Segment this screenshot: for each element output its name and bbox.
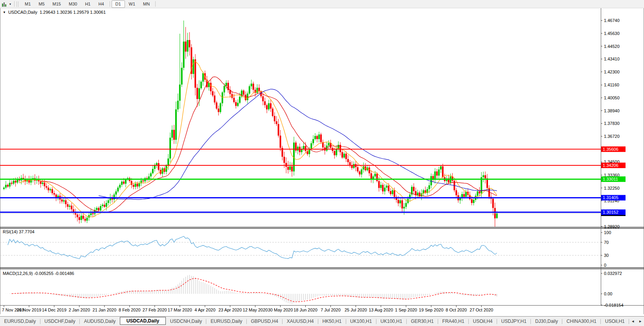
rsi-indicator-label: RSI(14) 37.7704	[3, 229, 35, 234]
svg-text:18 Jun 2020: 18 Jun 2020	[294, 308, 317, 312]
svg-text:0.032972: 0.032972	[604, 271, 622, 276]
svg-text:4 Apr 2020: 4 Apr 2020	[194, 308, 215, 312]
tab-scroll-left-button[interactable]: ◄	[629, 319, 637, 323]
svg-text:2 Jan 2020: 2 Jan 2020	[69, 308, 90, 312]
tab-china300-h1[interactable]: CHINA300,H1	[562, 317, 600, 325]
svg-text:1.35606: 1.35606	[603, 147, 618, 152]
svg-text:19 Sep 2020: 19 Sep 2020	[419, 308, 443, 312]
tab-usdchf-daily[interactable]: USDCHF,Daily	[40, 317, 80, 325]
timeframe-h4-button[interactable]: H4	[94, 0, 108, 8]
tab-dj30-daily[interactable]: DJ30,Daily	[531, 317, 562, 325]
tab-eurusd-daily-2[interactable]: EURUSD,Daily	[206, 317, 246, 325]
chart-ohlc-values: 1.29643 1.30236 1.29579 1.30061	[40, 10, 106, 15]
svg-text:12 May 2020: 12 May 2020	[243, 308, 268, 312]
svg-text:27 Oct 2020: 27 Oct 2020	[470, 308, 493, 312]
svg-text:30: 30	[604, 253, 609, 258]
svg-text:30 May 2020: 30 May 2020	[268, 308, 293, 312]
tab-usoil-h1[interactable]: USOil,H1	[601, 317, 629, 325]
rsi-axis: 10070300	[601, 230, 611, 267]
svg-text:1.31405: 1.31405	[603, 195, 618, 200]
svg-text:27 Feb 2020: 27 Feb 2020	[143, 308, 167, 312]
macd-histogram	[4, 275, 497, 304]
svg-text:1.46740: 1.46740	[604, 18, 620, 23]
timeframe-m30-button[interactable]: M30	[65, 0, 81, 8]
svg-text:1.33011: 1.33011	[603, 177, 618, 181]
tab-xauusd-h4[interactable]: XAUUSD,H4	[283, 317, 318, 325]
svg-text:1.43410: 1.43410	[604, 57, 620, 61]
svg-text:100: 100	[604, 230, 611, 235]
tab-scroll-right-button[interactable]: ►	[637, 319, 644, 323]
tab-usdcad-daily[interactable]: USDCAD,Daily	[120, 317, 166, 325]
svg-text:23 Apr 2020: 23 Apr 2020	[218, 308, 242, 312]
tab-audusd-daily[interactable]: AUDUSD,Daily	[80, 317, 120, 325]
tab-hk50-h1[interactable]: HK50,H1	[318, 317, 346, 325]
svg-text:7 Jul 2020: 7 Jul 2020	[321, 308, 341, 312]
svg-text:1.34206: 1.34206	[603, 163, 618, 168]
svg-text:1.41160: 1.41160	[604, 82, 619, 87]
macd-axis: 0.0329720.00-0.018154	[601, 271, 624, 308]
svg-text:1.37830: 1.37830	[604, 121, 620, 126]
price-line-label: 1.33011	[601, 176, 626, 182]
chart-title: ▼ USDCAD,Daily 1.29643 1.30236 1.29579 1…	[3, 10, 106, 15]
svg-text:8 Feb 2020: 8 Feb 2020	[119, 308, 141, 312]
timeframe-toolbar: ▾ M1 M5 M15 M30 H1 H4 D1 W1 MN	[0, 0, 644, 8]
price-line-label: 1.30152	[601, 209, 626, 215]
timeframe-w1-button[interactable]: W1	[125, 0, 139, 8]
svg-text:1.32250: 1.32250	[604, 186, 620, 190]
toolbar-separator	[155, 1, 156, 7]
timeframe-d1-button[interactable]: D1	[112, 0, 125, 8]
svg-text:1.30152: 1.30152	[603, 210, 618, 214]
toolbar-separator	[14, 1, 15, 7]
macd-signal-line	[12, 278, 497, 302]
svg-text:1.44520: 1.44520	[604, 44, 620, 49]
svg-text:70: 70	[604, 240, 609, 245]
price-line-label: 1.31405	[601, 195, 626, 200]
tab-ger30-h1[interactable]: GER30,H1	[407, 317, 438, 325]
collapse-chart-icon[interactable]: ▼	[3, 11, 6, 14]
chart-type-caret-icon[interactable]: ▾	[9, 2, 13, 6]
svg-text:1.38940: 1.38940	[604, 108, 620, 113]
toolbar-drag-handle[interactable]	[17, 2, 18, 7]
svg-text:13 Aug 2020: 13 Aug 2020	[369, 308, 393, 312]
svg-text:1.40050: 1.40050	[604, 95, 620, 100]
tab-fra40-h1[interactable]: FRA40,H1	[438, 317, 468, 325]
macd-indicator-label: MACD(12,26,9) -0.005255 -0.001486	[3, 271, 74, 276]
price-line-label: 1.35606	[601, 147, 626, 152]
date-axis: 7 Nov 201926 Nov 201914 Dec 20192 Jan 20…	[2, 305, 493, 312]
svg-text:0: 0	[604, 263, 606, 267]
tab-uk100-h1-2[interactable]: UK100,H1	[376, 317, 406, 325]
svg-text:0.00: 0.00	[604, 291, 612, 296]
chart-tab-bar: EURUSD,Daily USDCHF,Daily AUDUSD,Daily U…	[0, 316, 644, 326]
tab-usdcnh-daily[interactable]: USDCNH,Daily	[166, 317, 206, 325]
svg-text:1.36720: 1.36720	[604, 134, 620, 139]
svg-text:26 Nov 2019: 26 Nov 2019	[17, 308, 41, 312]
timeframe-m5-button[interactable]: M5	[35, 0, 48, 8]
svg-text:21 Jan 2020: 21 Jan 2020	[93, 308, 117, 312]
tab-uk100-h1[interactable]: UK100,H1	[346, 317, 376, 325]
tab-eurusd-daily[interactable]: EURUSD,Daily	[0, 317, 40, 325]
svg-text:25 Jul 2020: 25 Jul 2020	[345, 308, 367, 312]
ma-50-line[interactable]	[99, 89, 497, 200]
svg-text:1.45630: 1.45630	[604, 31, 620, 36]
chart-symbol-period: USDCAD,Daily	[8, 10, 37, 15]
svg-text:8 Oct 2020: 8 Oct 2020	[446, 308, 467, 312]
toolbar-separator	[110, 1, 110, 7]
tab-usdjpy-h1[interactable]: USDJPY,H1	[497, 317, 530, 325]
svg-text:1.28920: 1.28920	[604, 224, 620, 229]
chart-type-icon[interactable]	[1, 1, 9, 7]
price-line-label: 1.34206	[601, 163, 626, 168]
price-chart-canvas[interactable]: 1.467401.456301.445201.434101.423001.411…	[0, 0, 644, 326]
timeframe-h1-button[interactable]: H1	[81, 0, 94, 8]
tab-usoil-h4[interactable]: USOil,H4	[469, 317, 497, 325]
svg-text:1 Sep 2020: 1 Sep 2020	[395, 308, 417, 312]
svg-text:1.42300: 1.42300	[604, 70, 620, 74]
svg-text:14 Dec 2019: 14 Dec 2019	[42, 308, 66, 312]
timeframe-m15-button[interactable]: M15	[49, 0, 65, 8]
timeframe-mn-button[interactable]: MN	[139, 0, 154, 8]
svg-text:17 Mar 2020: 17 Mar 2020	[168, 308, 192, 312]
svg-text:-0.018154: -0.018154	[604, 303, 624, 308]
timeframe-m1-button[interactable]: M1	[21, 0, 35, 8]
tab-gbpusd-h4[interactable]: GBPUSD,H4	[247, 317, 282, 325]
